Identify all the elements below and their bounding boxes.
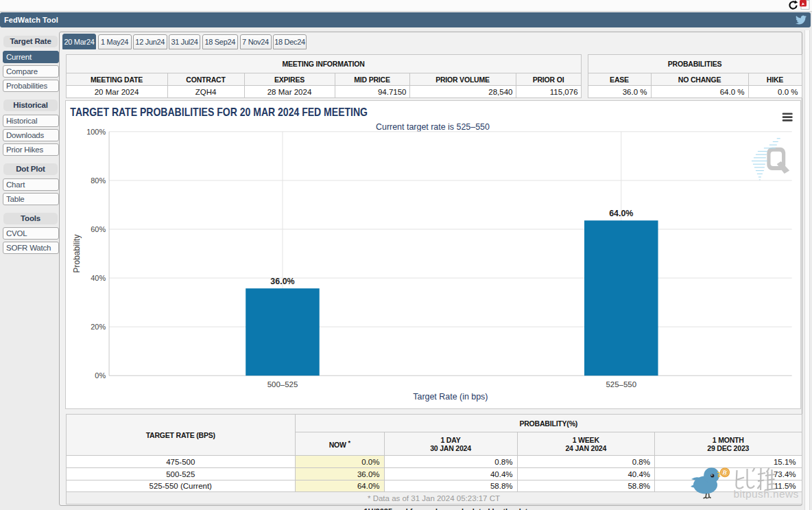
- svg-text:500–525: 500–525: [267, 380, 298, 389]
- svg-text:Target Rate (in bps): Target Rate (in bps): [413, 392, 488, 402]
- svg-text:20%: 20%: [91, 323, 106, 331]
- svg-text:100%: 100%: [86, 128, 106, 136]
- svg-text:bitpush.news: bitpush.news: [734, 488, 799, 500]
- svg-text:40%: 40%: [91, 274, 106, 282]
- svg-text:60%: 60%: [91, 225, 106, 233]
- svg-text:64.0%: 64.0%: [609, 209, 633, 218]
- svg-text:Probability: Probability: [72, 235, 82, 273]
- svg-text:TARGET RATE PROBABILITIES FOR: TARGET RATE PROBABILITIES FOR 20 MAR 202…: [70, 106, 368, 118]
- svg-text:36.0%: 36.0%: [270, 277, 294, 286]
- svg-text:525–550: 525–550: [606, 380, 637, 389]
- svg-text:Current target rate is 525–550: Current target rate is 525–550: [376, 122, 490, 132]
- svg-text:80%: 80%: [91, 176, 106, 185]
- svg-text:0%: 0%: [95, 371, 106, 380]
